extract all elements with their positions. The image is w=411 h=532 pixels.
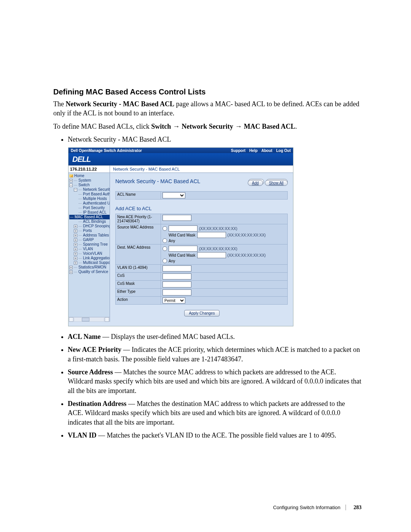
help-link[interactable]: Help (249, 149, 258, 153)
any-label: Any (169, 259, 175, 263)
tree-authenticated-users[interactable]: Authenticated Us (69, 201, 110, 206)
acl-name-label: ACL Name (116, 192, 161, 200)
add-ace-header: Add ACE to ACL (110, 200, 293, 214)
ether-type-input[interactable] (162, 289, 191, 296)
tree-port-auth[interactable]: Port Based Authe (69, 192, 110, 197)
expand-icon[interactable] (69, 270, 73, 274)
tree-label: Switch (78, 183, 89, 187)
row-dest-mac: Dest. MAC Address (XX:XX:XX:XX:XX:XX) Wi… (116, 244, 288, 265)
tree-multicast-support[interactable]: Multicast Support (69, 260, 110, 265)
about-link[interactable]: About (261, 149, 272, 153)
scroll-right-icon[interactable] (105, 317, 109, 322)
tree-switch[interactable]: Switch (69, 183, 110, 187)
term: VLAN ID (68, 431, 97, 439)
scroll-left-icon[interactable] (69, 317, 73, 322)
tree-label: IP Based ACL (83, 210, 107, 215)
tree-address-tables[interactable]: Address Tables (69, 233, 110, 238)
tree-vlan[interactable]: VLAN (69, 247, 110, 251)
tree-label: ACL Bindings (83, 219, 106, 224)
tree-system[interactable]: System (69, 178, 110, 183)
tree-qos[interactable]: Quality of Service (69, 270, 110, 274)
tree-network-security[interactable]: Network Security (69, 187, 110, 192)
cos-input[interactable] (162, 273, 191, 280)
logout-link[interactable]: Log Out (276, 149, 291, 153)
nav-tree: Home System Switch Network Security Port… (68, 173, 110, 317)
cos-label: CoS (116, 273, 161, 281)
expand-icon[interactable] (74, 243, 77, 246)
intro-para-2: To define MAC Based ACLs, click Switch →… (53, 122, 362, 131)
collapse-icon[interactable] (69, 184, 73, 187)
sidebar-scrollbar[interactable] (68, 317, 110, 322)
expand-icon[interactable] (69, 179, 73, 182)
tree-label: MAC Based ACL (75, 215, 103, 219)
tree-ip-acl[interactable]: IP Based ACL (69, 210, 110, 215)
tree-dhcp-snooping[interactable]: DHCP Snooping (69, 224, 110, 228)
source-mac-input[interactable] (169, 225, 198, 232)
expand-icon[interactable] (69, 266, 73, 269)
tree-label: Quality of Service (78, 270, 108, 274)
expand-icon[interactable] (74, 234, 77, 237)
tree-mac-acl[interactable]: MAC Based ACL (69, 215, 110, 219)
source-wildcard-input[interactable] (197, 232, 226, 238)
tree-voicevlan[interactable]: VoiceVLAN (69, 251, 110, 256)
scroll-track[interactable] (74, 317, 104, 322)
expand-icon[interactable] (74, 261, 77, 265)
expand-icon[interactable] (74, 252, 77, 256)
scroll-thumb[interactable] (82, 318, 89, 321)
row-source-mac: Source MAC Address (XX:XX:XX:XX:XX:XX) W… (116, 224, 288, 244)
action-select[interactable]: Permit (162, 297, 185, 304)
tree-label: VLAN (83, 247, 93, 251)
figure-caption: Network Security - MAC Based ACL (68, 135, 362, 144)
tree-home[interactable]: Home (69, 174, 110, 178)
show-all-button[interactable]: Show All (265, 180, 288, 186)
acl-name-select[interactable] (162, 192, 185, 198)
dest-mac-radio[interactable] (162, 246, 167, 251)
expand-icon[interactable] (74, 238, 77, 242)
dest-mac-input[interactable] (169, 246, 198, 252)
expand-icon[interactable] (74, 225, 77, 228)
vlan-id-input[interactable] (162, 265, 191, 272)
home-icon (69, 174, 73, 177)
desc-vlan-id: VLAN ID — Matches the packet's VLAN ID t… (68, 431, 362, 440)
text: To define MAC Based ACLs, click (53, 123, 151, 130)
apply-changes-button[interactable]: Apply Changes (184, 310, 220, 316)
text-bold: Network Security - MAC Based ACL (65, 100, 174, 108)
acl-name-table: ACL Name (115, 191, 288, 200)
sidebar: 176.210.11.22 Home System Switch Network… (68, 166, 110, 322)
new-priority-label: New ACE Priority (1-2147483647) (116, 214, 161, 224)
tree-spanning-tree[interactable]: Spanning Tree (69, 242, 110, 247)
tree-acl-bindings[interactable]: ACL Bindings (69, 219, 110, 224)
tree-label: Spanning Tree (83, 242, 108, 247)
mac-format-hint: (XX:XX:XX:XX:XX:XX) (228, 253, 266, 257)
add-button[interactable]: Add (248, 180, 263, 186)
dest-wildcard-input[interactable] (197, 252, 226, 258)
breadcrumb-link[interactable]: Network Security - MAC Based ACL (113, 167, 180, 171)
tree-statistics-rmon[interactable]: Statistics/RMON (69, 265, 110, 270)
dell-logo: DELL (72, 155, 91, 164)
text: . (295, 123, 297, 130)
tree-port-security[interactable]: Port Security (69, 206, 110, 210)
tree-garp[interactable]: GARP (69, 238, 110, 242)
wildcard-label: Wild Card Mask (169, 233, 196, 237)
text-bold: Network Security (182, 123, 233, 130)
tree-label: System (78, 178, 91, 183)
source-any-radio[interactable] (162, 238, 167, 243)
tree-label: Link Aggregation (83, 256, 110, 260)
row-vlan-id: VLAN ID (1-4094) (116, 265, 288, 273)
expand-icon[interactable] (74, 257, 77, 260)
tree-link-aggregation[interactable]: Link Aggregation (69, 256, 110, 260)
desc-destination-address: Destination Address — Matches the destin… (68, 399, 362, 427)
support-link[interactable]: Support (231, 149, 245, 153)
source-mac-radio[interactable] (162, 226, 167, 231)
tree-ports[interactable]: Ports (69, 228, 110, 233)
tree-label: Address Tables (83, 233, 109, 238)
expand-icon[interactable] (74, 248, 77, 251)
text-bold: MAC Based ACL (244, 123, 295, 130)
cos-mask-input[interactable] (162, 281, 191, 288)
collapse-icon[interactable] (74, 188, 77, 192)
tree-multiple-hosts[interactable]: Multiple Hosts (69, 197, 110, 201)
term: New ACE Priority (68, 346, 121, 353)
new-priority-input[interactable] (162, 215, 191, 221)
dest-any-radio[interactable] (162, 259, 167, 263)
expand-icon[interactable] (74, 229, 77, 233)
